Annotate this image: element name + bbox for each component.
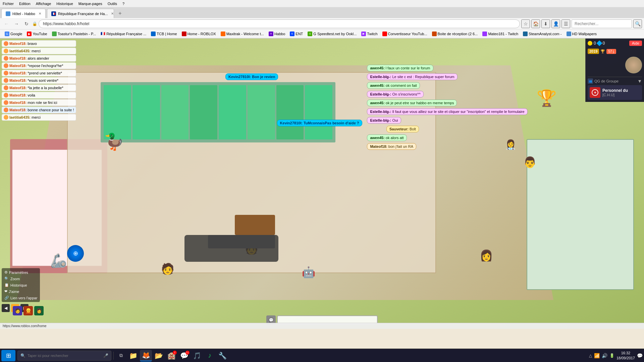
avatar-mateof18-7 xyxy=(4,93,8,98)
bookmark-steam[interactable]: SteamAnalyst.com - xyxy=(521,31,564,37)
taskbar-search-input[interactable] xyxy=(28,354,101,358)
settings-label: Paramètres xyxy=(9,270,28,275)
mini-icon-2[interactable]: 👱 xyxy=(23,306,33,315)
main-game-area[interactable]: 🦆 🏆 🧑 🧑 🤖 👩 👨 👩‍⚕️ 🦾 ⊕ Mateof18: bravo xyxy=(0,39,644,329)
sidebar-header: 0 0 Aide xyxy=(588,41,642,46)
tray-notification-icon[interactable]: 💬 xyxy=(637,353,643,358)
system-tray: △ 📶 🔊 🔋 16:32 18/09/2017 💬 xyxy=(589,351,643,360)
refresh-button[interactable]: ↻ xyxy=(22,19,31,28)
control-settings[interactable]: ⚙ Paramètres xyxy=(3,269,39,275)
tray-volume-icon[interactable]: 🔊 xyxy=(602,353,607,358)
tab-close-2[interactable]: ✕ xyxy=(111,12,114,15)
bookmark-republique[interactable]: 🇫🇷 République Française ... xyxy=(99,31,148,37)
taskbar-app-explorer[interactable]: 📁 xyxy=(127,350,139,361)
bookmark-twitch[interactable]: ▶ Twitch xyxy=(359,31,379,37)
tab-hotel-habbo[interactable]: Hôtel - Habbo ✕ xyxy=(1,9,46,18)
msg-mateof18-9: bonne chance pour la suite ! xyxy=(28,108,74,112)
menu-affichage[interactable]: Affichage xyxy=(36,2,51,6)
habbo-icon[interactable]: 🏠 xyxy=(531,19,540,28)
avatar-mateof18-6 xyxy=(4,85,8,90)
group-name: Personnel du xyxy=(602,88,628,93)
menu-outils[interactable]: Outils xyxy=(108,2,117,6)
search-bar[interactable] xyxy=(572,19,632,28)
taskbar-app-firefox[interactable]: 🦊 xyxy=(140,350,152,361)
tab-add-button[interactable]: + xyxy=(115,9,125,18)
task-view-button[interactable]: ⧉ xyxy=(116,350,126,361)
bookmark-mateo181[interactable]: Mateo181 - Twitch xyxy=(480,31,520,37)
windows-icon: ⊞ xyxy=(6,352,11,359)
group-expand-icon[interactable]: ▼ xyxy=(637,78,642,84)
bookmark-habbo[interactable]: H Habbo xyxy=(267,31,287,37)
nav-left-button[interactable]: ◀ xyxy=(2,304,10,312)
search-go-icon[interactable]: 🔍 xyxy=(633,19,642,28)
bookmark-speedtest[interactable]: G G Speedtest.net by Ookl... xyxy=(306,31,359,37)
bookmark-boite[interactable]: Boite de réception (2 6... xyxy=(430,31,480,37)
profile-icon[interactable]: 👤 xyxy=(551,19,560,28)
back-button[interactable]: ← xyxy=(2,19,11,28)
right-sidebar: 0 0 Aide 2019 🏆 57 j. 👥 QG de Groupe ▼ xyxy=(585,39,644,102)
menu-help[interactable]: ? xyxy=(122,2,124,6)
people-icon: 👥 xyxy=(588,78,593,84)
bookmark-maxitrak[interactable]: Maxitrak - Welcome t... xyxy=(219,31,266,37)
taskbar-app-spotify[interactable]: ♪ xyxy=(204,350,216,361)
chat-line-5: Mateof18: *prend une serviette* xyxy=(2,70,76,76)
control-jaime[interactable]: ❤ J'aime xyxy=(3,289,39,294)
user-laetitia-1: laetitia6435: xyxy=(9,49,31,53)
avatar-area xyxy=(588,57,642,73)
taskbar-app-extra[interactable]: 🔧 xyxy=(216,350,228,361)
group-badge-icon: ✚ xyxy=(590,87,600,98)
user-mateof18-6: Mateof18: xyxy=(9,86,26,90)
group-label: QG de Groupe xyxy=(594,79,619,83)
status-bar: https://www.roblox.com/home xyxy=(0,323,644,329)
lien-label: Lien vers l'appar xyxy=(10,296,37,300)
download-icon[interactable]: ⬇ xyxy=(541,19,550,28)
currency2-value: 0 xyxy=(603,41,605,46)
tray-network-icon[interactable]: 📶 xyxy=(594,353,600,358)
avatar-mateof18-1 xyxy=(4,41,8,46)
start-button[interactable]: ⊞ xyxy=(1,350,15,361)
menu-fichier[interactable]: Fichier xyxy=(3,2,14,6)
mini-icon-3[interactable]: 👩 xyxy=(34,306,44,315)
group-badge-inner: ✚ xyxy=(592,89,598,96)
mini-icon-1[interactable]: 🧑 xyxy=(13,306,22,315)
taskbar-app-habbo[interactable]: 🏨 2 xyxy=(165,350,177,361)
control-lien[interactable]: 🔗 Lien vers l'appar xyxy=(3,295,39,301)
control-historique[interactable]: 📋 Historique xyxy=(3,282,39,288)
bookmark-wallpapers[interactable]: HD Wallpapers xyxy=(565,31,599,37)
chat-line-9: Mateof18: mon role se fini ici xyxy=(2,99,76,106)
chat-line-3: Mateof18: alors atender xyxy=(2,55,76,62)
bookmark-star-icon[interactable]: ☆ xyxy=(521,19,530,28)
bookmark-convertisseur[interactable]: Convertisseur YouTub... xyxy=(380,31,429,37)
chat-line-8: Mateof18: voila xyxy=(2,92,76,99)
menu-historique[interactable]: Historique xyxy=(56,2,73,6)
taskbar-search[interactable]: 🔍 🎤 xyxy=(17,351,111,361)
bookmark-toastur[interactable]: Toastur's Pastebin - P... xyxy=(50,31,98,37)
msg-mateof18-6: *la jette a la poubelle* xyxy=(28,86,63,90)
settings-icon[interactable]: ☰ xyxy=(561,19,570,28)
forward-button[interactable]: → xyxy=(12,19,21,28)
chat-line-6: Mateof18: *esuis sont ventre* xyxy=(2,77,76,84)
tab-label-2: République Française de Ha... xyxy=(58,12,108,16)
bookmark-ent[interactable]: E ENT xyxy=(288,31,305,37)
mic-icon: 🎤 xyxy=(103,353,108,358)
menu-edition[interactable]: Edition xyxy=(19,2,31,6)
msg-laetitia-2: merci xyxy=(32,115,41,119)
help-button[interactable]: Aide xyxy=(629,41,642,46)
group-icon-area: 👥 QG de Groupe xyxy=(588,78,619,84)
bookmark-youtube[interactable]: ▶ YouTube xyxy=(25,31,49,37)
taskbar-app-media[interactable]: 🎵 xyxy=(191,350,203,361)
control-zoom[interactable]: 🔍 Zoom xyxy=(3,276,39,282)
bookmark-tcb[interactable]: TCB | Home xyxy=(149,31,179,37)
taskbar-app-3[interactable]: 📂 xyxy=(153,350,165,361)
tab-close-1[interactable]: ✕ xyxy=(39,12,41,15)
address-bar[interactable] xyxy=(39,19,520,28)
menu-marque-pages[interactable]: Marque-pages xyxy=(78,2,102,6)
taskbar-app-msg[interactable]: 💬 11 xyxy=(178,350,190,361)
year-badge: 2019 xyxy=(588,49,599,54)
tab-republique[interactable]: 🇫🇷 République Française de Ha... ✕ xyxy=(47,9,114,18)
settings-icon: ⚙ xyxy=(4,270,8,275)
bookmark-roblox[interactable]: Home - ROBLOX xyxy=(180,31,218,37)
bookmark-steam-label: SteamAnalyst.com - xyxy=(529,32,561,36)
msg-mateof18-7: voila xyxy=(28,93,35,97)
bookmark-google[interactable]: G Google xyxy=(3,31,24,37)
